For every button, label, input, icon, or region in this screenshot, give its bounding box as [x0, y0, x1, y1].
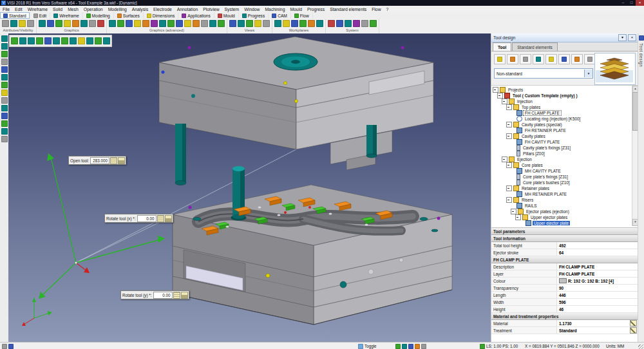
lock-icon[interactable] [118, 157, 125, 164]
tree-item[interactable]: Projects [491, 87, 638, 93]
tree-item[interactable]: Cavity plates [491, 133, 638, 139]
toolbar-icon[interactable] [53, 37, 60, 44]
minimize-button[interactable]: – [619, 0, 627, 6]
toolbar-icon[interactable] [61, 37, 68, 44]
close-button[interactable]: × [636, 0, 644, 6]
panel-dock-icon[interactable] [639, 35, 644, 41]
menu-file[interactable]: File [0, 7, 12, 12]
toolbar-icon[interactable] [89, 20, 96, 27]
menu-wireframe[interactable]: Wireframe [25, 7, 50, 12]
menu-analysis[interactable]: Analysis [129, 7, 151, 12]
toolbar-icon[interactable] [370, 20, 377, 27]
toolbar-tab-wireframe[interactable]: Wireframe [50, 12, 82, 19]
toolbar-icon[interactable] [126, 20, 133, 27]
tree-item[interactable]: Retainer plates [491, 185, 638, 191]
toolbar-icon[interactable] [1, 128, 8, 135]
tree-expander[interactable] [506, 122, 512, 127]
tree-item[interactable]: MH RETAINER PLATE [491, 191, 638, 197]
toolbar-icon[interactable] [86, 37, 93, 44]
menu-system[interactable]: System [222, 7, 242, 12]
param-row[interactable]: Width596 [491, 299, 638, 306]
menu-standard-elements[interactable]: Standard elements [327, 7, 369, 12]
tree-expander[interactable] [506, 185, 512, 191]
menu-edit[interactable]: Edit [12, 7, 25, 12]
resize-grip[interactable] [638, 344, 643, 349]
toolbar-icon[interactable] [336, 20, 343, 27]
panel-toolbar-icon[interactable] [545, 54, 557, 64]
edit-pencil-icon[interactable] [630, 320, 637, 326]
tree-item[interactable]: Core plate's bushes [Z10] [491, 180, 638, 185]
toolbar-tab-mould[interactable]: Mould [214, 12, 239, 19]
tree-item[interactable]: Core plates [491, 162, 638, 168]
rotate-y-value-field[interactable]: 0.00 [153, 292, 173, 299]
tree-item[interactable]: Top plates [491, 104, 638, 110]
colour-swatch[interactable] [559, 278, 567, 283]
tree-item[interactable]: Core plate's fixings [Z31] [491, 174, 638, 180]
toolbar-icon[interactable] [1, 97, 8, 104]
toolbar-icon[interactable] [70, 37, 77, 44]
tree-expander[interactable] [506, 197, 512, 203]
toolbar-icon[interactable] [1, 90, 8, 96]
param-row[interactable]: Ejector stroke64 [491, 249, 638, 256]
param-row[interactable]: DescriptionFH CLAMP PLATE [491, 263, 638, 270]
toolbar-icon[interactable] [201, 20, 208, 27]
toolbar-icon[interactable] [328, 20, 335, 27]
tree-item[interactable]: FH CAVITY PLATE [491, 139, 638, 145]
status-icon[interactable] [395, 344, 401, 349]
toolbar-icon[interactable] [308, 20, 315, 27]
maximize-button[interactable]: □ [627, 0, 636, 6]
menu-solid[interactable]: Solid [50, 7, 65, 12]
param-row-material[interactable]: Material1.1730 [491, 320, 638, 327]
toolbar-icon[interactable] [10, 20, 17, 27]
toolbar-tab-cam[interactable]: CAM [269, 12, 291, 19]
toolbar-icon[interactable] [1, 51, 8, 57]
status-icon[interactable] [421, 344, 426, 349]
edit-pencil-icon[interactable] [630, 327, 637, 334]
tree-item[interactable]: RAILS [491, 203, 638, 209]
toolbar-icon[interactable] [299, 20, 307, 27]
panel-menu-button[interactable]: ▾ [618, 34, 627, 41]
tree-item[interactable]: Pillars [Z00] [491, 151, 638, 156]
param-row[interactable]: Total tool height492 [491, 242, 638, 249]
toolbar-icon[interactable] [72, 20, 79, 27]
chevron-down-icon[interactable]: ▼ [584, 70, 592, 77]
toggle-label[interactable]: Toggle [365, 344, 377, 348]
toolbar-icon[interactable] [283, 20, 290, 27]
status-icon[interactable] [8, 344, 14, 349]
menu-progress[interactable]: Progress [305, 7, 327, 12]
tree-expander[interactable] [497, 93, 503, 99]
menu-modelling[interactable]: Modelling [106, 7, 129, 12]
param-row[interactable]: Height46 [491, 306, 638, 313]
toolbar-icon[interactable] [103, 37, 110, 44]
tree-expander[interactable] [511, 209, 516, 214]
tree-item[interactable]: Upper ejector plates [491, 214, 638, 220]
tool-preview-image[interactable] [594, 53, 636, 85]
toolbar-icon[interactable] [28, 37, 35, 44]
tree-item[interactable]: MH CAVITY PLATE [491, 168, 638, 174]
toolbar-icon[interactable] [36, 37, 43, 44]
toolbar-icon[interactable] [64, 20, 71, 27]
panel-toolbar-icon[interactable] [520, 54, 531, 64]
toolbar-icon[interactable] [109, 20, 116, 27]
param-row-treatment[interactable]: TreatmentStandard [491, 327, 638, 334]
toolbar-icon[interactable] [274, 20, 281, 27]
tree-expander[interactable] [502, 99, 507, 104]
calculator-icon[interactable] [110, 157, 117, 164]
menu-machining[interactable]: Machining [262, 7, 287, 12]
panel-toolbar-icon[interactable] [533, 54, 544, 64]
tree-item[interactable]: FH RETAINER PLATE [491, 127, 638, 133]
tree-item[interactable]: Upper ejector plate [491, 220, 638, 226]
toolbar-tab-edit[interactable]: Edit [30, 12, 50, 19]
tree-expander[interactable] [515, 214, 521, 220]
toolbar-icon[interactable] [1, 43, 8, 50]
toolbar-tab-dimensions[interactable]: Dimensions [144, 12, 178, 19]
toolbar-icon[interactable] [184, 20, 191, 27]
tree-item[interactable]: Injection [491, 99, 638, 104]
toolbar-icon[interactable] [263, 20, 270, 27]
toolbar-icon[interactable] [1, 59, 8, 65]
panel-toolbar-icon[interactable] [494, 54, 506, 64]
panel-close-button[interactable]: × [628, 34, 636, 41]
menu-flow[interactable]: Flow [369, 7, 383, 12]
tree-expander[interactable] [506, 133, 512, 139]
standard-type-select[interactable]: Non-standard ▼ [494, 68, 593, 79]
